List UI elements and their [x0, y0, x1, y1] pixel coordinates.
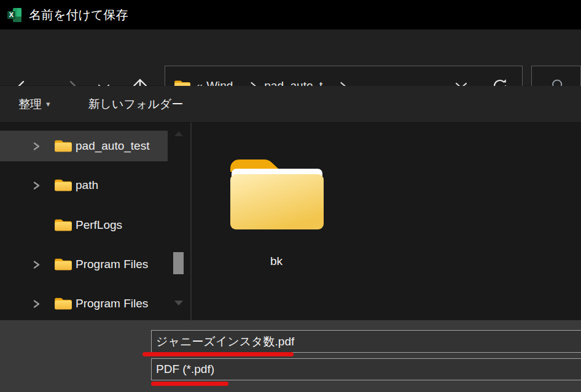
- sidebar-item-label: Program Files: [76, 297, 148, 310]
- annotation-underline-filetype: [151, 382, 228, 386]
- svg-text:X: X: [9, 11, 14, 18]
- folder-icon: [54, 139, 72, 153]
- scrollbar-down-arrow-icon[interactable]: [174, 301, 183, 306]
- folder-icon: [224, 148, 329, 233]
- sidebar-item-label: path: [76, 179, 98, 192]
- navigation-bar: « Wind... pad_auto_t...: [0, 29, 581, 86]
- pane-divider: [190, 123, 192, 320]
- sidebar-item-path[interactable]: path: [0, 170, 168, 201]
- sidebar-item-label: pad_auto_test: [76, 139, 149, 153]
- organize-button[interactable]: 整理 ▾: [18, 96, 50, 112]
- scrollbar-thumb[interactable]: [173, 252, 184, 274]
- toolbar: 整理 ▾ 新しいフォルダー: [0, 86, 581, 123]
- chevron-right-icon[interactable]: [32, 299, 41, 309]
- organize-label: 整理: [18, 96, 42, 112]
- scrollbar-up-arrow-icon[interactable]: [174, 131, 183, 136]
- caret-down-icon: ▾: [46, 99, 50, 109]
- filetype-selected-value: PDF (*.pdf): [156, 363, 214, 376]
- filename-input[interactable]: [151, 330, 581, 353]
- titlebar: X 名前を付けて保存: [0, 0, 581, 29]
- chevron-right-icon[interactable]: [32, 142, 41, 151]
- sidebar-item-program-files-x86[interactable]: Program Files: [0, 288, 168, 319]
- annotation-underline-filename: [142, 352, 294, 356]
- excel-icon: X: [6, 7, 23, 23]
- filetype-combobox[interactable]: PDF (*.pdf): [151, 358, 581, 380]
- folder-icon: [54, 218, 72, 233]
- folder-icon: [54, 257, 72, 272]
- file-item-label: bk: [270, 255, 283, 268]
- folder-icon: [54, 296, 72, 311]
- sidebar-item-pad-auto-test[interactable]: pad_auto_test: [0, 131, 168, 161]
- window-title: 名前を付けて保存: [29, 7, 128, 23]
- sidebar-item-label: PerfLogs: [76, 218, 122, 232]
- sidebar-item-label: Program Files: [76, 258, 148, 271]
- folder-icon: [54, 178, 72, 193]
- file-item-bk[interactable]: bk: [218, 144, 335, 276]
- sidebar-item-perflogs[interactable]: PerfLogs: [0, 210, 168, 240]
- chevron-right-icon[interactable]: [32, 181, 41, 190]
- new-folder-button[interactable]: 新しいフォルダー: [88, 96, 184, 112]
- chevron-right-icon[interactable]: [32, 260, 41, 269]
- sidebar-item-program-files[interactable]: Program Files: [0, 249, 168, 280]
